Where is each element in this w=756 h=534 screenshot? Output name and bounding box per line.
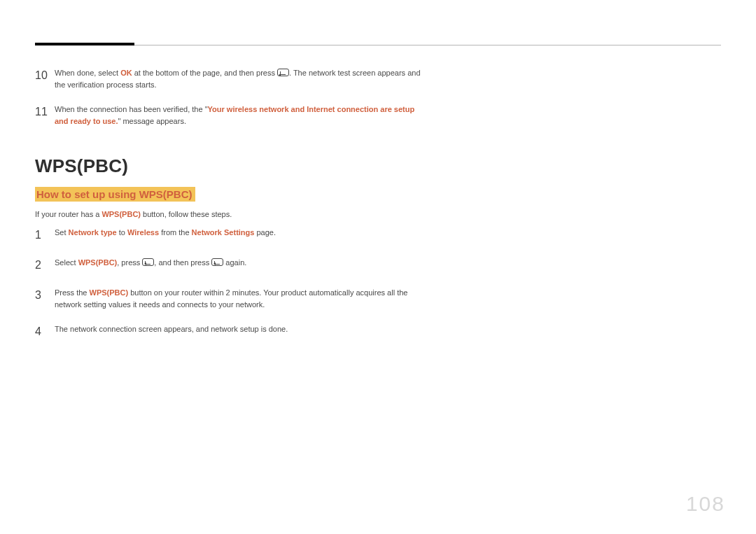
page-number: 108 bbox=[686, 492, 725, 516]
text-run: button, follow these steps. bbox=[141, 210, 232, 218]
text-run: WPS(PBC) bbox=[78, 258, 118, 267]
step-body: Set Network type to Wireless from the Ne… bbox=[55, 227, 276, 244]
step-number: 2 bbox=[35, 257, 55, 274]
enter-icon bbox=[142, 258, 154, 266]
step: 11When the connection has been verified,… bbox=[35, 104, 427, 127]
text-run: Set bbox=[55, 228, 69, 237]
header-rule bbox=[35, 45, 721, 45]
text-run: from the bbox=[159, 228, 191, 237]
step: 4The network connection screen appears, … bbox=[35, 323, 427, 341]
intro-line: If your router has a WPS(PBC) button, fo… bbox=[35, 210, 427, 218]
step: 10When done, select OK at the bottom of … bbox=[35, 67, 427, 91]
subsection-title: How to set up using WPS(PBC) bbox=[35, 187, 195, 202]
step: 2Select WPS(PBC), press , and then press… bbox=[35, 257, 427, 274]
text-run: WPS(PBC) bbox=[90, 288, 129, 297]
text-run: Press the bbox=[55, 288, 90, 297]
text-run: " message appears. bbox=[118, 117, 186, 125]
step-body: Press the WPS(PBC) button on your router… bbox=[55, 287, 427, 311]
page-content: 10When done, select OK at the bottom of … bbox=[35, 67, 427, 353]
text-run: again. bbox=[223, 258, 246, 267]
text-run: Select bbox=[55, 258, 78, 267]
text-run: page. bbox=[254, 228, 276, 237]
step-number: 10 bbox=[35, 67, 55, 91]
text-run: to bbox=[117, 228, 127, 237]
steps-list: 1Set Network type to Wireless from the N… bbox=[35, 227, 427, 340]
text-run: If your router has a bbox=[35, 210, 102, 218]
text-run: Network type bbox=[69, 228, 117, 237]
text-run: Network Settings bbox=[192, 228, 255, 237]
step: 3Press the WPS(PBC) button on your route… bbox=[35, 287, 427, 311]
text-run: Wireless bbox=[127, 228, 159, 237]
enter-icon bbox=[211, 258, 223, 266]
step-number: 3 bbox=[35, 287, 55, 311]
step-body: When the connection has been verified, t… bbox=[55, 104, 427, 127]
text-run: The network connection screen appears, a… bbox=[55, 325, 288, 333]
step-body: The network connection screen appears, a… bbox=[55, 323, 288, 341]
header-accent bbox=[35, 43, 134, 45]
text-run: When the connection has been verified, t… bbox=[55, 105, 208, 113]
text-run: , and then press bbox=[154, 258, 211, 267]
section-title: WPS(PBC) bbox=[35, 155, 427, 177]
text-run: OK bbox=[120, 69, 132, 77]
text-run: at the bottom of the page, and then pres… bbox=[132, 69, 277, 77]
step-number: 4 bbox=[35, 323, 55, 341]
text-run: WPS(PBC) bbox=[102, 210, 141, 218]
step: 1Set Network type to Wireless from the N… bbox=[35, 227, 427, 244]
text-run: , press bbox=[117, 258, 142, 267]
step-body: Select WPS(PBC), press , and then press … bbox=[55, 257, 246, 274]
enter-icon bbox=[277, 69, 289, 76]
step-body: When done, select OK at the bottom of th… bbox=[55, 67, 427, 91]
step-number: 1 bbox=[35, 227, 55, 244]
top-steps-list: 10When done, select OK at the bottom of … bbox=[35, 67, 427, 127]
step-number: 11 bbox=[35, 104, 55, 127]
text-run: When done, select bbox=[55, 69, 120, 77]
